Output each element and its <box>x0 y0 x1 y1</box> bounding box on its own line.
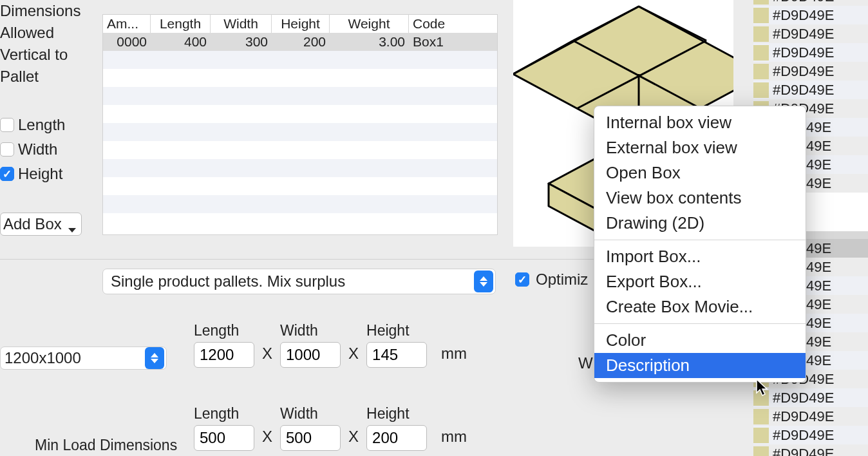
swatch-icon <box>753 8 769 23</box>
list-item[interactable]: #D9D49E <box>753 407 868 426</box>
width-checkbox[interactable] <box>0 142 14 157</box>
table-row[interactable] <box>103 213 497 231</box>
color-code: #D9D49E <box>773 63 834 80</box>
min-load-dim-label: Min Load Dimensions <box>35 437 177 454</box>
th-width[interactable]: Width <box>211 15 272 33</box>
color-code: #D9D49E <box>773 427 834 444</box>
color-code: 49E <box>806 259 831 276</box>
menu-view-box-contents[interactable]: View box contents <box>594 185 806 211</box>
color-code: #D9D49E <box>773 408 834 425</box>
min-height-input[interactable] <box>366 425 427 451</box>
table-header: Am... Length Width Height Weight Code <box>103 15 497 33</box>
menu-drawing-2d[interactable]: Drawing (2D) <box>594 211 806 236</box>
times-icon: X <box>262 345 272 368</box>
list-item[interactable]: #D9D49E <box>753 81 868 99</box>
min-length-input[interactable] <box>194 425 254 451</box>
th-amount[interactable]: Am... <box>103 15 151 33</box>
list-item[interactable]: #D9D49E <box>753 24 868 43</box>
pallet-strategy-value: Single product pallets. Mix surplus <box>111 272 345 290</box>
table-row[interactable] <box>103 195 497 213</box>
menu-export-box[interactable]: Export Box... <box>594 269 806 294</box>
context-menu: Internal box view External box view Open… <box>594 106 806 383</box>
swatch-icon <box>753 446 769 457</box>
add-box-label: Add Box <box>3 215 62 233</box>
min-height-label: Height <box>366 405 427 423</box>
cell-height: 200 <box>272 34 330 50</box>
color-code: 49E <box>806 296 831 313</box>
color-code: #D9D49E <box>773 446 834 457</box>
color-code: 49E <box>806 352 831 369</box>
pallet-width-input[interactable] <box>280 342 341 368</box>
length-checkbox[interactable] <box>0 118 14 132</box>
table-row[interactable] <box>103 141 497 159</box>
times-icon: X <box>348 345 359 368</box>
chevron-down-icon <box>68 228 76 233</box>
length-check-label: Length <box>18 116 65 134</box>
th-code[interactable]: Code <box>409 15 497 33</box>
color-code: #D9D49E <box>773 0 834 5</box>
color-code: 49E <box>806 175 831 192</box>
min-width-input[interactable] <box>280 425 341 451</box>
cell-width: 300 <box>211 34 272 50</box>
table-row[interactable] <box>103 105 497 123</box>
color-code: #D9D49E <box>773 7 834 24</box>
menu-separator <box>594 240 806 240</box>
dim-lab-1: Dimensions <box>0 0 97 22</box>
pallet-type-select[interactable]: 1200x1000 <box>0 347 167 370</box>
menu-description[interactable]: Description <box>594 353 806 378</box>
table-row[interactable] <box>103 69 497 87</box>
menu-external-box-view[interactable]: External box view <box>594 135 806 160</box>
table-row[interactable]: 0000 400 300 200 3.00 Box1 <box>103 33 497 51</box>
min-length-label: Length <box>194 405 254 423</box>
table-row[interactable] <box>103 159 497 177</box>
table-row[interactable] <box>103 87 497 105</box>
pallet-height-input[interactable] <box>366 342 427 368</box>
min-load-dims: Length X Width X Height mm <box>194 405 467 451</box>
th-length[interactable]: Length <box>151 15 211 33</box>
table-row[interactable] <box>103 51 497 69</box>
stepper-icon <box>474 271 493 292</box>
orientation-group: Length Width Height <box>0 116 65 189</box>
min-width-label: Width <box>280 405 341 423</box>
list-item[interactable]: #D9D49E <box>753 62 868 81</box>
table-row[interactable] <box>103 123 497 141</box>
list-item[interactable]: #D9D49E <box>753 444 868 456</box>
th-height[interactable]: Height <box>272 15 330 33</box>
menu-create-box-movie[interactable]: Create Box Movie... <box>594 294 806 319</box>
th-weight[interactable]: Weight <box>330 15 409 33</box>
optimize-checkbox[interactable] <box>515 272 529 287</box>
list-item[interactable]: #D9D49E <box>753 43 868 62</box>
menu-separator <box>594 323 806 324</box>
pallet-strategy-select[interactable]: Single product pallets. Mix surplus <box>102 269 496 294</box>
swatch-icon <box>753 45 769 61</box>
menu-open-box[interactable]: Open Box <box>594 160 806 185</box>
swatch-icon <box>753 64 769 79</box>
boxes-table[interactable]: Am... Length Width Height Weight Code 00… <box>102 14 498 235</box>
list-item[interactable]: #D9D49E <box>753 388 868 407</box>
menu-internal-box-view[interactable]: Internal box view <box>594 110 806 135</box>
add-box-button[interactable]: Add Box <box>0 213 82 236</box>
list-item[interactable]: #D9D49E <box>753 6 868 24</box>
height-checkbox[interactable] <box>0 167 14 181</box>
pallet-height-label: Height <box>366 322 427 339</box>
list-item[interactable]: #D9D49E <box>753 426 868 444</box>
cell-code: Box1 <box>409 34 497 50</box>
color-code: #D9D49E <box>773 82 834 99</box>
swatch-icon <box>753 82 769 98</box>
min-unit: mm <box>441 428 467 451</box>
pallet-width-label: Width <box>280 322 341 339</box>
dim-lab-4: Pallet <box>0 66 97 88</box>
color-code: #D9D49E <box>773 26 834 43</box>
pallet-length-input[interactable] <box>194 342 254 368</box>
dim-lab-3: Vertical to <box>0 44 97 66</box>
color-code: 49E <box>806 334 831 350</box>
table-row[interactable] <box>103 177 497 195</box>
swatch-icon <box>753 390 769 406</box>
menu-color[interactable]: Color <box>594 328 806 353</box>
list-item[interactable]: #D9D49E <box>753 0 868 6</box>
color-code: 49E <box>806 119 831 136</box>
menu-import-box[interactable]: Import Box... <box>594 244 806 269</box>
swatch-icon <box>753 0 769 5</box>
weight-label-cut: W <box>578 354 593 372</box>
cell-amount: 0000 <box>103 34 151 50</box>
